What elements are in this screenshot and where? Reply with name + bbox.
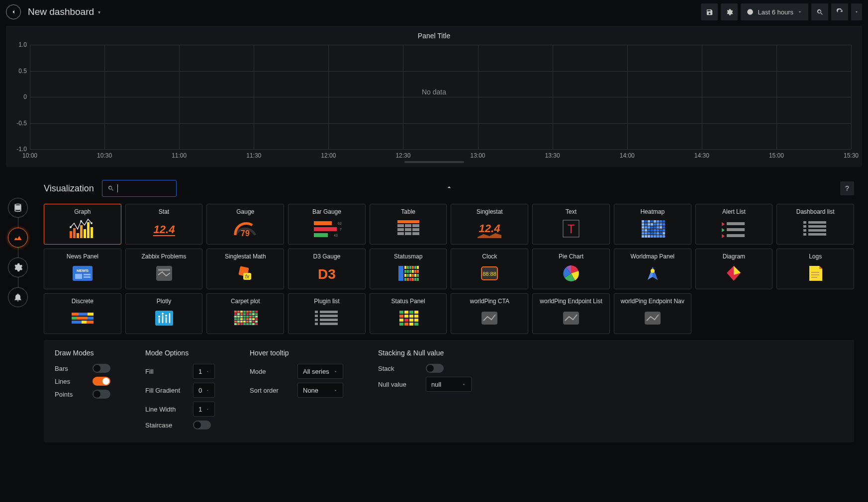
svg-rect-112 (412, 270, 414, 273)
svg-text:78: 78 (340, 228, 342, 231)
graph-icon (65, 217, 100, 240)
help-button[interactable]: ? (840, 181, 854, 195)
viz-card-singlestat[interactable]: Singlestat12.4 (451, 204, 528, 245)
save-button[interactable] (701, 3, 718, 20)
bars-toggle[interactable] (93, 364, 110, 373)
svg-rect-36 (654, 220, 656, 223)
svg-text:NEWS: NEWS (77, 268, 89, 273)
viz-card-status-panel[interactable]: Status Panel (370, 293, 447, 334)
hover-sort-select[interactable]: None (297, 383, 343, 398)
viz-card-text[interactable]: TextT (532, 204, 610, 245)
viz-card-clock[interactable]: Clock88:88 (451, 249, 528, 289)
svg-rect-156 (252, 311, 255, 313)
settings-button[interactable] (721, 3, 738, 20)
svg-rect-93 (75, 274, 82, 279)
hover-mode-select[interactable]: All series (297, 364, 343, 379)
viz-card-pie-chart[interactable]: Pie Chart (532, 249, 610, 289)
viz-card-discrete[interactable]: Discrete (44, 293, 121, 334)
svg-rect-169 (243, 316, 246, 318)
svg-rect-86 (808, 225, 826, 228)
viz-card-news-panel[interactable]: News PanelNEWS (44, 249, 121, 289)
viz-card-d3-gauge[interactable]: D3 GaugeD3 (288, 249, 366, 289)
svg-point-129 (651, 269, 655, 273)
viz-card-diagram[interactable]: Diagram (695, 249, 773, 289)
dashboard-title[interactable]: New dashboard▾ (28, 6, 100, 17)
viz-card-worldping-endpoint-nav[interactable]: worldPing Endpoint Nav (614, 293, 691, 334)
lines-toggle[interactable] (93, 377, 110, 386)
linewidth-select[interactable]: 1 (193, 402, 215, 417)
svg-text:88:88: 88:88 (483, 271, 497, 277)
svg-rect-66 (648, 232, 650, 235)
fill-select[interactable]: 1 (193, 364, 215, 379)
svg-rect-130 (811, 272, 819, 273)
viz-card-label: Text (535, 208, 607, 215)
viz-card-dashboard-list[interactable]: Dashboard list (776, 204, 854, 245)
svg-rect-175 (237, 318, 240, 320)
viz-card-singlestat-math[interactable]: Singlestat Mathfx (206, 249, 284, 289)
time-range-picker[interactable]: Last 6 hours (741, 3, 808, 20)
svg-rect-95 (84, 276, 91, 278)
svg-rect-2 (77, 233, 79, 238)
viz-card-alert-list[interactable]: Alert List (695, 204, 773, 245)
viz-card-heatmap[interactable]: Heatmap (614, 204, 691, 245)
staircase-toggle[interactable] (193, 420, 211, 429)
refresh-interval-button[interactable] (851, 3, 862, 20)
points-toggle[interactable] (93, 390, 110, 399)
svg-rect-17 (314, 233, 328, 237)
svg-rect-190 (234, 323, 237, 325)
stack-toggle[interactable] (426, 364, 444, 373)
viz-card-worldping-endpoint-list[interactable]: worldPing Endpoint List (532, 293, 610, 334)
svg-rect-160 (240, 313, 243, 315)
svg-rect-204 (315, 323, 318, 325)
back-button[interactable] (6, 4, 21, 19)
table-icon (390, 217, 426, 240)
svg-rect-60 (654, 229, 656, 232)
svg-rect-181 (255, 318, 258, 320)
viz-card-worldping-cta[interactable]: worldPing CTA (451, 293, 528, 334)
rail-queries[interactable] (8, 198, 28, 218)
viz-search[interactable] (102, 180, 177, 197)
plotly-icon (146, 307, 182, 330)
svg-point-149 (165, 315, 167, 317)
viz-card-zabbix-problems[interactable]: Zabbix Problems (125, 249, 203, 289)
svg-rect-179 (249, 318, 252, 320)
svg-text:62: 62 (338, 222, 342, 225)
viz-card-worldmap-panel[interactable]: Worldmap Panel (614, 249, 691, 289)
viz-card-gauge[interactable]: Gauge79 (206, 204, 284, 245)
rail-alert[interactable] (8, 287, 28, 307)
resize-handle[interactable] (404, 161, 464, 163)
rail-visualization[interactable] (8, 228, 28, 248)
svg-rect-50 (648, 226, 650, 229)
svg-rect-196 (252, 323, 255, 325)
svg-rect-114 (417, 270, 419, 273)
svg-rect-39 (663, 220, 665, 223)
nullvalue-select[interactable]: null (426, 377, 472, 392)
svg-rect-198 (315, 311, 318, 313)
refresh-button[interactable] (831, 3, 848, 20)
viz-card-stat[interactable]: Stat12.4 (125, 204, 203, 245)
x-tick: 15:30 (844, 152, 859, 159)
singlestat-icon: 12.4 (472, 217, 507, 240)
viz-card-graph[interactable]: Graph (44, 204, 121, 245)
fillgradient-select[interactable]: 0 (193, 383, 215, 398)
logs-icon (797, 262, 833, 285)
svg-rect-117 (409, 274, 411, 277)
collapse-button[interactable] (445, 183, 453, 193)
viz-card-plugin-list[interactable]: Plugin list (288, 293, 366, 334)
svg-rect-186 (246, 321, 249, 323)
svg-rect-20 (397, 224, 404, 227)
viz-card-logs[interactable]: Logs (776, 249, 854, 289)
svg-rect-107 (414, 266, 416, 269)
viz-card-statusmap[interactable]: Statusmap (370, 249, 447, 289)
rail-general[interactable] (8, 257, 28, 277)
viz-card-carpet-plot[interactable]: Carpet plot (206, 293, 284, 334)
viz-card-plotly[interactable]: Plotly (125, 293, 203, 334)
viz-card-table[interactable]: Table (370, 204, 447, 245)
svg-rect-136 (72, 317, 77, 320)
svg-rect-53 (657, 226, 659, 229)
heatmap-icon (635, 217, 671, 240)
zoom-out-button[interactable] (811, 3, 828, 20)
svg-rect-213 (414, 315, 418, 318)
svg-rect-205 (320, 323, 338, 325)
viz-card-bar-gauge[interactable]: Bar Gauge627843 (288, 204, 366, 245)
